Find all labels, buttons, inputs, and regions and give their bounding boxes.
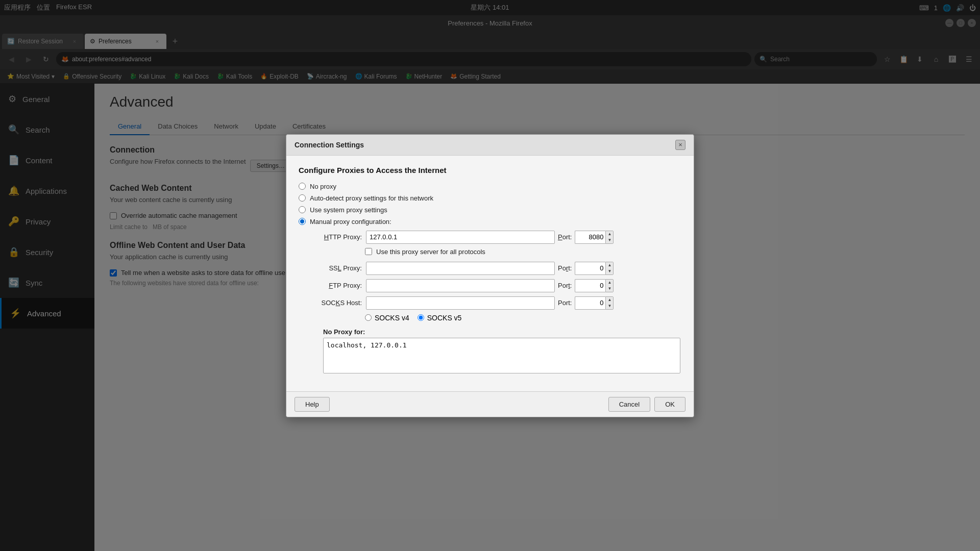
socks-v5-option: SOCKS v5 (418, 314, 462, 322)
socks-v5-label: SOCKS v5 (427, 314, 462, 322)
socks-v4-option: SOCKS v4 (365, 314, 409, 322)
ok-button[interactable]: OK (654, 397, 685, 412)
modal-title: Connection Settings (295, 141, 364, 149)
ssl-proxy-label: SSL Proxy: (311, 264, 362, 272)
socks-v4-label: SOCKS v4 (375, 314, 409, 322)
socks-port-input[interactable] (575, 296, 605, 310)
socks-host-label: SOCKS Host: (311, 299, 362, 307)
ftp-port-buttons: ▲ ▼ (605, 279, 614, 292)
ftp-port-up[interactable]: ▲ (606, 280, 613, 286)
modal-body: Configure Proxies to Access the Internet… (286, 156, 694, 391)
modal-close-button[interactable]: × (675, 140, 685, 150)
socks-version-row: SOCKS v4 SOCKS v5 (365, 314, 681, 322)
help-button[interactable]: Help (295, 397, 330, 412)
manual-proxy-label: Manual proxy configuration: (310, 218, 391, 226)
http-port-label: Port: (558, 233, 572, 241)
use-proxy-row: Use this proxy server for all protocols (365, 248, 681, 256)
cancel-button[interactable]: Cancel (608, 397, 650, 412)
http-port-spinner: ▲ ▼ (575, 231, 614, 244)
no-proxy-radio[interactable] (299, 183, 306, 190)
use-proxy-label: Use this proxy server for all protocols (376, 248, 485, 256)
ssl-port-input[interactable] (575, 262, 605, 275)
ssl-proxy-row: SSL Proxy: Port: ▲ ▼ (311, 262, 681, 275)
socks-port-spinner: ▲ ▼ (575, 296, 614, 310)
http-proxy-label: HTTP Proxy: (311, 233, 362, 241)
socks-port-down[interactable]: ▼ (606, 303, 613, 309)
ftp-port-label: Port: (558, 282, 572, 289)
ftp-port-input[interactable] (575, 279, 605, 292)
proxy-options: No proxy Auto-detect proxy settings for … (299, 183, 681, 226)
auto-detect-label: Auto-detect proxy settings for this netw… (310, 194, 433, 202)
auto-detect-row: Auto-detect proxy settings for this netw… (299, 194, 681, 202)
modal-footer: Help Cancel OK (286, 391, 694, 417)
ssl-port-down[interactable]: ▼ (606, 268, 613, 274)
proxy-config-title: Configure Proxies to Access the Internet (299, 166, 681, 174)
ssl-port-buttons: ▲ ▼ (605, 262, 614, 275)
socks-v4-radio[interactable] (365, 314, 372, 321)
http-proxy-row: HTTP Proxy: Port: ▲ ▼ (311, 231, 681, 244)
socks-v5-radio[interactable] (418, 314, 424, 321)
modal-footer-right: Cancel OK (608, 397, 685, 412)
http-port-buttons: ▲ ▼ (605, 231, 614, 244)
ssl-port-up[interactable]: ▲ (606, 262, 613, 268)
modal-header: Connection Settings × (286, 135, 694, 156)
manual-proxy-radio[interactable] (299, 218, 306, 225)
ftp-proxy-label: FTP Proxy: (311, 282, 362, 289)
ssl-proxy-input[interactable] (366, 262, 555, 275)
ftp-port-down[interactable]: ▼ (606, 286, 613, 292)
ftp-proxy-row: FTP Proxy: Port: ▲ ▼ (311, 279, 681, 292)
no-proxy-row: No proxy (299, 183, 681, 190)
socks-port-label: Port: (558, 299, 572, 307)
socks-host-input[interactable] (366, 296, 555, 310)
connection-settings-modal: Connection Settings × Configure Proxies … (286, 134, 694, 417)
modal-overlay: Connection Settings × Configure Proxies … (0, 0, 980, 551)
auto-detect-radio[interactable] (299, 194, 306, 202)
system-proxy-radio[interactable] (299, 206, 306, 213)
ssl-port-spinner: ▲ ▼ (575, 262, 614, 275)
socks-port-buttons: ▲ ▼ (605, 296, 614, 310)
manual-proxy-row: Manual proxy configuration: (299, 218, 681, 226)
ftp-proxy-input[interactable] (366, 279, 555, 292)
no-proxy-section: No Proxy for: localhost, 127.0.0.1 (323, 328, 681, 375)
no-proxy-for-label: No Proxy for: (323, 328, 681, 336)
no-proxy-label: No proxy (310, 183, 336, 190)
use-proxy-checkbox[interactable] (365, 248, 372, 255)
http-port-input[interactable] (575, 231, 605, 244)
ftp-port-spinner: ▲ ▼ (575, 279, 614, 292)
http-port-up[interactable]: ▲ (606, 231, 613, 237)
system-proxy-label: Use system proxy settings (310, 206, 387, 214)
no-proxy-textarea[interactable]: localhost, 127.0.0.1 (323, 338, 680, 373)
socks-host-row: SOCKS Host: Port: ▲ ▼ (311, 296, 681, 310)
socks-port-up[interactable]: ▲ (606, 297, 613, 303)
proxy-fields: HTTP Proxy: Port: ▲ ▼ Use this proxy ser… (311, 231, 681, 375)
system-proxy-row: Use system proxy settings (299, 206, 681, 214)
ssl-port-label: Port: (558, 264, 572, 272)
http-proxy-input[interactable] (366, 231, 555, 244)
http-port-down[interactable]: ▼ (606, 237, 613, 243)
